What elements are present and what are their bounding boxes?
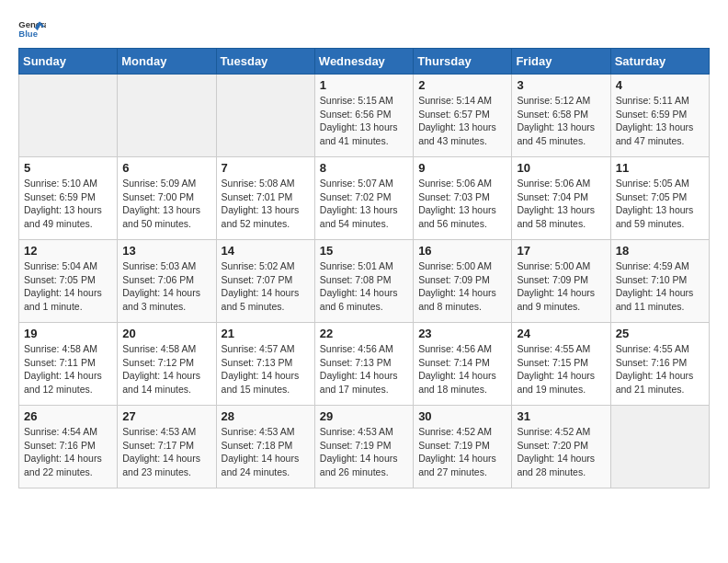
table-row: 2Sunrise: 5:14 AMSunset: 6:57 PMDaylight… xyxy=(414,75,512,157)
day-number: 31 xyxy=(517,409,605,423)
day-number: 27 xyxy=(122,409,210,423)
day-number: 26 xyxy=(24,409,112,423)
day-info: Sunrise: 4:54 AMSunset: 7:16 PMDaylight:… xyxy=(24,425,112,479)
day-number: 23 xyxy=(418,327,506,340)
table-row: 1Sunrise: 5:15 AMSunset: 6:56 PMDaylight… xyxy=(314,75,413,157)
day-number: 25 xyxy=(616,327,704,340)
day-info: Sunrise: 5:12 AMSunset: 6:58 PMDaylight:… xyxy=(517,94,605,148)
table-row: 27Sunrise: 4:53 AMSunset: 7:17 PMDayligh… xyxy=(118,406,216,488)
day-number: 13 xyxy=(122,244,210,258)
day-info: Sunrise: 4:57 AMSunset: 7:13 PMDaylight:… xyxy=(222,342,310,396)
day-info: Sunrise: 4:53 AMSunset: 7:19 PMDaylight:… xyxy=(320,425,408,479)
day-number: 6 xyxy=(122,161,210,175)
table-row xyxy=(610,406,709,488)
table-row: 4Sunrise: 5:11 AMSunset: 6:59 PMDaylight… xyxy=(610,75,709,157)
calendar-header: Sunday Monday Tuesday Wednesday Thursday… xyxy=(19,49,710,75)
day-info: Sunrise: 5:05 AMSunset: 7:05 PMDaylight:… xyxy=(616,177,704,231)
day-info: Sunrise: 4:52 AMSunset: 7:20 PMDaylight:… xyxy=(517,425,605,479)
day-info: Sunrise: 5:10 AMSunset: 6:59 PMDaylight:… xyxy=(24,177,112,231)
table-row xyxy=(19,75,118,157)
table-row: 13Sunrise: 5:03 AMSunset: 7:06 PMDayligh… xyxy=(118,240,216,323)
table-row: 10Sunrise: 5:06 AMSunset: 7:04 PMDayligh… xyxy=(512,157,610,240)
day-number: 5 xyxy=(24,161,112,175)
table-row: 22Sunrise: 4:56 AMSunset: 7:13 PMDayligh… xyxy=(314,323,413,406)
calendar-table: Sunday Monday Tuesday Wednesday Thursday… xyxy=(18,48,710,488)
table-row: 24Sunrise: 4:55 AMSunset: 7:15 PMDayligh… xyxy=(512,323,610,406)
day-number: 30 xyxy=(418,409,506,423)
header-sunday: Sunday xyxy=(19,49,118,75)
day-info: Sunrise: 4:53 AMSunset: 7:18 PMDaylight:… xyxy=(222,425,310,479)
day-info: Sunrise: 5:14 AMSunset: 6:57 PMDaylight:… xyxy=(418,94,506,148)
day-number: 10 xyxy=(517,161,605,175)
day-number: 14 xyxy=(222,244,310,258)
day-info: Sunrise: 4:53 AMSunset: 7:17 PMDaylight:… xyxy=(122,425,210,479)
header-thursday: Thursday xyxy=(414,49,512,75)
table-row: 8Sunrise: 5:07 AMSunset: 7:02 PMDaylight… xyxy=(314,157,413,240)
day-info: Sunrise: 5:03 AMSunset: 7:06 PMDaylight:… xyxy=(122,259,210,314)
table-row: 11Sunrise: 5:05 AMSunset: 7:05 PMDayligh… xyxy=(610,157,709,240)
day-info: Sunrise: 5:02 AMSunset: 7:07 PMDaylight:… xyxy=(222,259,310,314)
day-number: 28 xyxy=(222,409,310,423)
day-number: 24 xyxy=(517,327,605,340)
logo: General Blue xyxy=(18,18,46,39)
table-row: 23Sunrise: 4:56 AMSunset: 7:14 PMDayligh… xyxy=(414,323,512,406)
day-number: 3 xyxy=(517,78,605,92)
day-number: 7 xyxy=(222,161,310,175)
day-info: Sunrise: 5:00 AMSunset: 7:09 PMDaylight:… xyxy=(517,259,605,314)
day-number: 21 xyxy=(222,327,310,340)
svg-text:Blue: Blue xyxy=(18,29,38,39)
header-wednesday: Wednesday xyxy=(314,49,413,75)
day-number: 17 xyxy=(517,244,605,258)
table-row: 7Sunrise: 5:08 AMSunset: 7:01 PMDaylight… xyxy=(216,157,314,240)
day-number: 20 xyxy=(122,327,210,340)
day-number: 9 xyxy=(418,161,506,175)
day-number: 16 xyxy=(418,244,506,258)
header-friday: Friday xyxy=(512,49,610,75)
header-monday: Monday xyxy=(118,49,216,75)
day-info: Sunrise: 4:55 AMSunset: 7:15 PMDaylight:… xyxy=(517,342,605,396)
day-info: Sunrise: 5:06 AMSunset: 7:03 PMDaylight:… xyxy=(418,177,506,231)
day-info: Sunrise: 4:59 AMSunset: 7:10 PMDaylight:… xyxy=(616,259,704,314)
table-row xyxy=(118,75,216,157)
day-number: 15 xyxy=(320,244,408,258)
day-number: 19 xyxy=(24,327,112,340)
day-number: 29 xyxy=(320,409,408,423)
table-row: 29Sunrise: 4:53 AMSunset: 7:19 PMDayligh… xyxy=(314,406,413,488)
table-row: 21Sunrise: 4:57 AMSunset: 7:13 PMDayligh… xyxy=(216,323,314,406)
day-number: 2 xyxy=(418,78,506,92)
table-row: 26Sunrise: 4:54 AMSunset: 7:16 PMDayligh… xyxy=(19,406,118,488)
calendar-body: 1Sunrise: 5:15 AMSunset: 6:56 PMDaylight… xyxy=(19,75,710,488)
table-row xyxy=(216,75,314,157)
day-number: 1 xyxy=(320,78,408,92)
day-info: Sunrise: 5:00 AMSunset: 7:09 PMDaylight:… xyxy=(418,259,506,314)
day-number: 12 xyxy=(24,244,112,258)
header-saturday: Saturday xyxy=(610,49,709,75)
day-number: 18 xyxy=(616,244,704,258)
day-info: Sunrise: 4:56 AMSunset: 7:13 PMDaylight:… xyxy=(320,342,408,396)
day-info: Sunrise: 5:15 AMSunset: 6:56 PMDaylight:… xyxy=(320,94,408,148)
header: General Blue xyxy=(18,18,710,39)
table-row: 30Sunrise: 4:52 AMSunset: 7:19 PMDayligh… xyxy=(414,406,512,488)
day-info: Sunrise: 4:55 AMSunset: 7:16 PMDaylight:… xyxy=(616,342,704,396)
table-row: 25Sunrise: 4:55 AMSunset: 7:16 PMDayligh… xyxy=(610,323,709,406)
day-info: Sunrise: 5:01 AMSunset: 7:08 PMDaylight:… xyxy=(320,259,408,314)
table-row: 3Sunrise: 5:12 AMSunset: 6:58 PMDaylight… xyxy=(512,75,610,157)
table-row: 18Sunrise: 4:59 AMSunset: 7:10 PMDayligh… xyxy=(610,240,709,323)
table-row: 14Sunrise: 5:02 AMSunset: 7:07 PMDayligh… xyxy=(216,240,314,323)
table-row: 17Sunrise: 5:00 AMSunset: 7:09 PMDayligh… xyxy=(512,240,610,323)
table-row: 5Sunrise: 5:10 AMSunset: 6:59 PMDaylight… xyxy=(19,157,118,240)
day-info: Sunrise: 4:58 AMSunset: 7:11 PMDaylight:… xyxy=(24,342,112,396)
table-row: 6Sunrise: 5:09 AMSunset: 7:00 PMDaylight… xyxy=(118,157,216,240)
table-row: 9Sunrise: 5:06 AMSunset: 7:03 PMDaylight… xyxy=(414,157,512,240)
table-row: 20Sunrise: 4:58 AMSunset: 7:12 PMDayligh… xyxy=(118,323,216,406)
table-row: 12Sunrise: 5:04 AMSunset: 7:05 PMDayligh… xyxy=(19,240,118,323)
day-number: 4 xyxy=(616,78,704,92)
day-number: 8 xyxy=(320,161,408,175)
day-info: Sunrise: 5:06 AMSunset: 7:04 PMDaylight:… xyxy=(517,177,605,231)
day-info: Sunrise: 4:58 AMSunset: 7:12 PMDaylight:… xyxy=(122,342,210,396)
table-row: 16Sunrise: 5:00 AMSunset: 7:09 PMDayligh… xyxy=(414,240,512,323)
day-info: Sunrise: 4:56 AMSunset: 7:14 PMDaylight:… xyxy=(418,342,506,396)
day-info: Sunrise: 5:09 AMSunset: 7:00 PMDaylight:… xyxy=(122,177,210,231)
day-number: 11 xyxy=(616,161,704,175)
day-info: Sunrise: 5:04 AMSunset: 7:05 PMDaylight:… xyxy=(24,259,112,314)
